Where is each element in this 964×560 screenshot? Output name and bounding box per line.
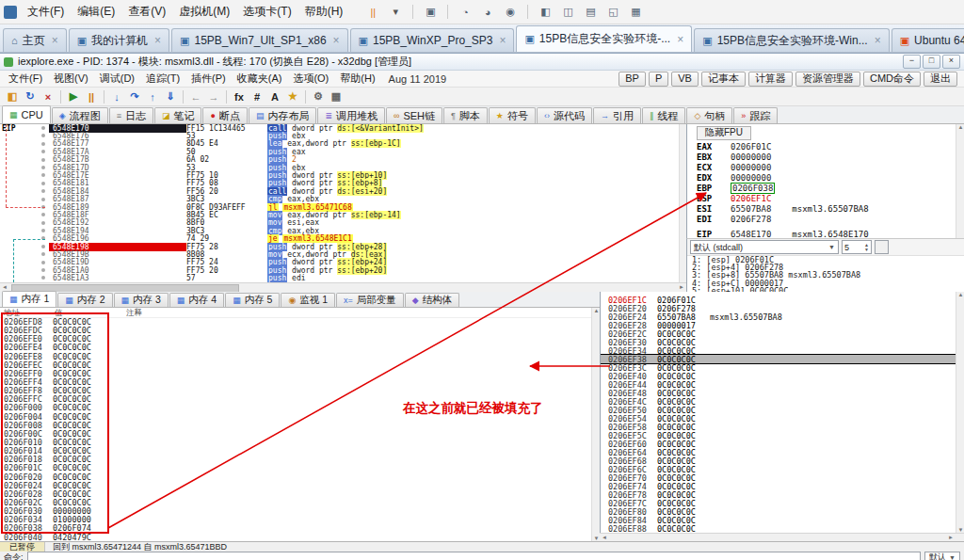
close-button[interactable]: ×: [942, 55, 960, 69]
debugger-menu-item-7[interactable]: 帮助(H): [334, 71, 380, 87]
view-tab-6[interactable]: ≣调用堆栈: [317, 107, 385, 123]
view-tab-4[interactable]: ●断点: [202, 107, 247, 123]
disasm-row[interactable]: 6548E1A357push edi: [0, 274, 686, 281]
vm-tab-5[interactable]: ▣15PB信息安全实验环境-Win...×: [694, 28, 889, 52]
pause-button[interactable]: ||: [362, 3, 383, 22]
breakpoint-gutter[interactable]: [0, 250, 49, 258]
breakpoint-gutter[interactable]: [0, 148, 49, 155]
open-file-button[interactable]: ◧: [4, 88, 21, 104]
send-ctrl-alt-del-button[interactable]: ▣: [420, 3, 441, 22]
calling-convention-select[interactable]: 默认 (stdcall) ▼: [690, 240, 839, 254]
debugger-menu-item-3[interactable]: 追踪(T): [140, 71, 185, 87]
breakpoint-dot-icon[interactable]: [41, 134, 45, 137]
breakpoint-gutter[interactable]: [0, 187, 49, 195]
close-button[interactable]: ×: [40, 88, 56, 104]
breakpoint-gutter[interactable]: [0, 164, 49, 171]
minimize-button[interactable]: −: [903, 55, 921, 69]
arguments-lock-button[interactable]: [875, 240, 889, 254]
debugger-menu-item-5[interactable]: 收藏夹(A): [232, 71, 288, 87]
hide-fpu-button[interactable]: 隐藏FPU: [697, 126, 751, 140]
vm-tab-0[interactable]: ⌂主页×: [3, 28, 67, 52]
breakpoint-dot-icon[interactable]: [41, 252, 45, 256]
debugger-menu-item-1[interactable]: 视图(V): [48, 71, 94, 87]
command-profile-select[interactable]: 默认 ▼: [924, 552, 960, 560]
breakpoint-dot-icon[interactable]: [41, 182, 45, 185]
breakpoint-gutter[interactable]: [0, 196, 49, 203]
breakpoint-dot-icon[interactable]: [41, 126, 45, 130]
maximize-button[interactable]: □: [923, 55, 940, 69]
breakpoint-dot-icon[interactable]: [41, 158, 45, 162]
scroll-up-icon[interactable]: ▲: [956, 124, 964, 130]
breakpoint-dot-icon[interactable]: [41, 229, 45, 232]
scroll-right-icon[interactable]: ►: [679, 283, 684, 292]
view-tab-13[interactable]: ◇句柄: [686, 107, 732, 123]
close-icon[interactable]: ×: [52, 34, 58, 47]
breakpoint-dot-icon[interactable]: [41, 142, 45, 146]
stack-vscrollbar[interactable]: ▲ ▼: [956, 292, 964, 533]
pause-button[interactable]: ||: [83, 88, 100, 104]
show-library-button[interactable]: ◧: [535, 3, 555, 22]
vm-tab-6[interactable]: ▣Ubuntu 64位×: [892, 28, 964, 52]
breakpoint-gutter[interactable]: [0, 132, 49, 139]
bottom-tab-4[interactable]: ▦内存 5: [225, 293, 280, 307]
register-row-esp[interactable]: ESP0206EF1C: [687, 193, 964, 203]
breakpoint-dot-icon[interactable]: [41, 173, 45, 177]
breakpoint-gutter[interactable]: [0, 219, 49, 227]
run-to-user-code-button[interactable]: ⇓: [162, 88, 179, 104]
command-input[interactable]: [27, 552, 922, 560]
quick-button-4[interactable]: 计算器: [748, 72, 793, 87]
show-thumbnail-bar-button[interactable]: ◫: [557, 3, 578, 22]
vm-menu-item-3[interactable]: 虚拟机(M): [172, 2, 236, 22]
view-tab-2[interactable]: ≡日志: [109, 107, 153, 123]
stack-row[interactable]: 0206EF880C0C0C0C: [601, 524, 964, 533]
view-tab-0[interactable]: ▦CPU: [2, 105, 51, 123]
vm-menu-item-1[interactable]: 编辑(E): [71, 2, 121, 22]
register-row-ebx[interactable]: EBX00000000: [687, 152, 964, 162]
view-tab-3[interactable]: ◪笔记: [154, 107, 202, 123]
breakpoint-gutter[interactable]: [0, 259, 49, 266]
step-into-button[interactable]: ↓: [108, 88, 125, 104]
quick-button-1[interactable]: P: [649, 72, 668, 87]
bottom-tab-2[interactable]: ▦内存 3: [114, 293, 169, 307]
breakpoint-dot-icon[interactable]: [41, 268, 45, 272]
stack-pane[interactable]: 0206EF1C0206F01C0206EF200206F2780206EF24…: [600, 292, 964, 541]
settings-button[interactable]: ⚙: [310, 88, 327, 104]
breakpoint-gutter[interactable]: [0, 243, 49, 250]
view-tab-14[interactable]: »跟踪: [733, 107, 778, 123]
register-row-edi[interactable]: EDI0206F278: [687, 214, 964, 224]
take-snapshot-button[interactable]: ◔: [455, 3, 475, 22]
view-tab-7[interactable]: ∞SEH链: [386, 107, 442, 123]
calculator-button[interactable]: ▦: [328, 88, 345, 104]
vm-tab-3[interactable]: ▣15PB_WinXP_Pro_SP3×: [350, 28, 515, 52]
quick-button-7[interactable]: 退出: [924, 72, 957, 87]
argument-depth-stepper[interactable]: 5 ▲▼: [842, 240, 872, 254]
breakpoint-gutter[interactable]: [0, 227, 49, 234]
register-row-ebp[interactable]: EBP0206F038: [687, 183, 964, 193]
memory-dump-pane[interactable]: 地址 值 注释 0206EFD80C0C0C0C0206EFDC0C0C0C0C…: [0, 308, 600, 541]
breakpoint-gutter[interactable]: [0, 274, 49, 281]
favourites-button[interactable]: ★: [284, 88, 301, 104]
breakpoint-gutter[interactable]: [0, 211, 49, 218]
run-button[interactable]: ▶: [65, 88, 82, 104]
breakpoint-dot-icon[interactable]: [41, 166, 45, 169]
view-tab-12[interactable]: ∥线程: [642, 107, 686, 123]
register-row-eip[interactable]: EIP6548E170msxml3.6548E170: [687, 229, 964, 238]
vm-menu-item-2[interactable]: 查看(V): [121, 2, 172, 22]
breakpoint-dot-icon[interactable]: [41, 221, 45, 225]
view-tab-11[interactable]: →引用: [593, 107, 641, 123]
quick-button-3[interactable]: 记事本: [701, 72, 746, 87]
close-icon[interactable]: ×: [333, 34, 340, 47]
register-row-esi[interactable]: ESI65507BA8msxml3.65507BA8: [687, 203, 964, 214]
close-icon[interactable]: ×: [499, 34, 506, 47]
vm-tab-4[interactable]: ▣15PB信息安全实验环境-...×: [516, 25, 692, 52]
quick-button-6[interactable]: CMD命令: [863, 72, 921, 87]
view-tab-8[interactable]: ¶脚本: [443, 107, 488, 123]
bottom-tab-1[interactable]: ▦内存 2: [57, 293, 112, 307]
register-row-edx[interactable]: EDX00000000: [687, 172, 964, 183]
restart-button[interactable]: ↻: [22, 88, 39, 104]
view-tab-1[interactable]: ◈流程图: [52, 107, 108, 123]
pause-dropdown-icon[interactable]: ▾: [385, 3, 406, 22]
step-over-button[interactable]: ↷: [126, 88, 143, 104]
forward-button[interactable]: →: [205, 88, 222, 104]
view-tab-10[interactable]: ‹›源代码: [537, 107, 592, 123]
